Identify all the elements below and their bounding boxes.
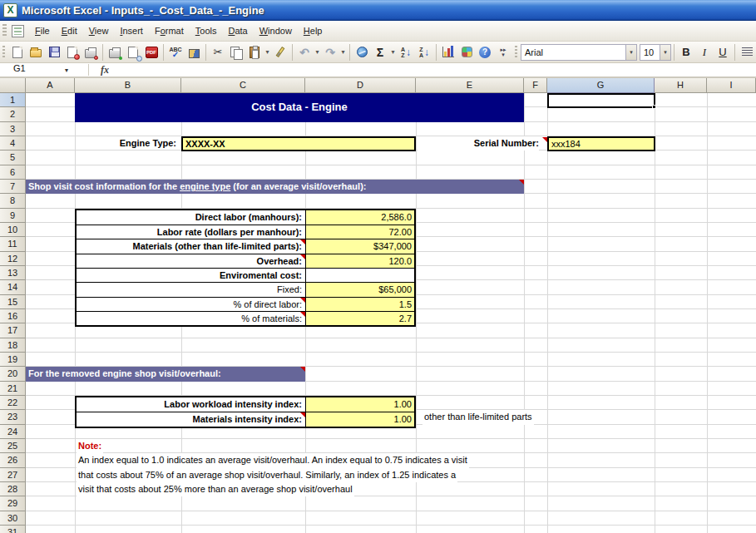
format-painter-icon[interactable] bbox=[271, 43, 289, 62]
row-header-6[interactable]: 6 bbox=[0, 165, 26, 180]
undo-icon[interactable]: ↶ bbox=[295, 43, 314, 62]
redo-dropdown-icon[interactable]: ▾ bbox=[339, 48, 347, 56]
column-header-f[interactable]: F bbox=[524, 78, 547, 93]
serial-number-input[interactable]: xxx184 bbox=[547, 136, 655, 151]
drawing-icon[interactable] bbox=[457, 43, 476, 62]
fill-handle[interactable] bbox=[652, 105, 656, 109]
row-header-9[interactable]: 9 bbox=[0, 209, 26, 223]
align-left-icon[interactable] bbox=[738, 43, 756, 62]
menu-tools[interactable]: Tools bbox=[190, 23, 223, 38]
select-all-corner[interactable] bbox=[0, 78, 26, 93]
menu-insert[interactable]: Insert bbox=[114, 23, 149, 38]
row-header-12[interactable]: 12 bbox=[0, 252, 26, 266]
copy-icon[interactable] bbox=[227, 43, 245, 62]
menu-edit[interactable]: Edit bbox=[56, 23, 83, 38]
autosum-dropdown-icon[interactable]: ▾ bbox=[389, 48, 397, 56]
row-header-30[interactable]: 30 bbox=[0, 511, 26, 526]
toolbar-grip[interactable] bbox=[2, 46, 5, 59]
new-icon[interactable] bbox=[8, 43, 27, 62]
selected-cell-g1[interactable] bbox=[547, 93, 655, 108]
name-box[interactable]: G1 bbox=[0, 63, 60, 76]
column-header-d[interactable]: D bbox=[305, 78, 416, 93]
undo-dropdown-icon[interactable]: ▾ bbox=[314, 48, 321, 56]
row-header-15[interactable]: 15 bbox=[0, 295, 26, 309]
row-header-2[interactable]: 2 bbox=[0, 107, 26, 121]
paste-icon[interactable] bbox=[245, 43, 264, 62]
row-header-31[interactable]: 31 bbox=[0, 526, 26, 533]
sort-descending-icon[interactable]: ZA↓ bbox=[415, 43, 433, 62]
menu-data[interactable]: Data bbox=[222, 23, 253, 38]
autosum-icon[interactable]: Σ bbox=[371, 43, 389, 62]
row-header-18[interactable]: 18 bbox=[0, 338, 26, 353]
menu-file[interactable]: File bbox=[29, 23, 56, 38]
row-header-7[interactable]: 7 bbox=[0, 180, 26, 194]
bold-button[interactable]: B bbox=[677, 43, 695, 62]
menu-window[interactable]: Window bbox=[254, 23, 298, 38]
column-header-g[interactable]: G bbox=[547, 78, 655, 93]
print-preview-icon[interactable] bbox=[124, 43, 142, 62]
column-header-b[interactable]: B bbox=[75, 78, 181, 93]
row-header-21[interactable]: 21 bbox=[0, 382, 26, 396]
row-header-20[interactable]: 20 bbox=[0, 367, 26, 381]
menu-view[interactable]: View bbox=[83, 23, 115, 38]
row-header-24[interactable]: 24 bbox=[0, 425, 26, 439]
row-header-14[interactable]: 14 bbox=[0, 280, 26, 294]
row-header-13[interactable]: 13 bbox=[0, 266, 26, 280]
menu-format[interactable]: Format bbox=[149, 23, 190, 38]
chart-wizard-icon[interactable] bbox=[439, 43, 457, 62]
row-header-11[interactable]: 11 bbox=[0, 237, 26, 251]
cost-input-pct-direct-labor[interactable]: 1.5 bbox=[305, 298, 414, 311]
row-header-19[interactable]: 19 bbox=[0, 353, 26, 367]
row-header-29[interactable]: 29 bbox=[0, 496, 26, 511]
paste-dropdown-icon[interactable]: ▾ bbox=[264, 48, 271, 56]
menu-help[interactable]: Help bbox=[298, 23, 329, 38]
row-header-3[interactable]: 3 bbox=[0, 122, 26, 136]
row-header-23[interactable]: 23 bbox=[0, 410, 26, 424]
row-header-5[interactable]: 5 bbox=[0, 151, 26, 165]
column-header-h[interactable]: H bbox=[655, 78, 707, 93]
pdf-icon[interactable]: PDF bbox=[142, 43, 161, 62]
row-header-4[interactable]: 4 bbox=[0, 136, 26, 151]
row-header-10[interactable]: 10 bbox=[0, 223, 26, 237]
cut-icon[interactable]: ✂ bbox=[209, 43, 227, 62]
cells-grid[interactable]: Cost Data - Engine Engine Type: XXXX-XX … bbox=[26, 93, 756, 533]
name-box-dropdown-icon[interactable]: ▾ bbox=[60, 67, 73, 74]
font-size-select[interactable]: 10 ▾ bbox=[640, 44, 671, 61]
workbook-icon[interactable] bbox=[12, 25, 24, 37]
cost-input-fixed[interactable]: $65,000 bbox=[305, 283, 414, 296]
cost-input-overhead[interactable]: 120.0 bbox=[305, 254, 414, 268]
insert-function-icon[interactable]: fx bbox=[101, 64, 109, 76]
hyperlink-icon[interactable] bbox=[353, 43, 371, 62]
index-input-materials[interactable]: 1.00 bbox=[305, 412, 414, 426]
column-header-c[interactable]: C bbox=[181, 78, 305, 93]
row-header-1[interactable]: 1 bbox=[0, 93, 26, 107]
font-size-dropdown-icon[interactable]: ▾ bbox=[660, 45, 670, 60]
redo-icon[interactable]: ↷ bbox=[321, 43, 339, 62]
print-icon[interactable] bbox=[106, 43, 124, 62]
column-header-e[interactable]: E bbox=[416, 78, 524, 93]
permission-icon[interactable] bbox=[63, 43, 82, 62]
row-header-16[interactable]: 16 bbox=[0, 309, 26, 323]
spelling-icon[interactable]: ABC✓ bbox=[166, 43, 185, 62]
column-header-a[interactable]: A bbox=[26, 78, 75, 93]
cost-input-pct-materials[interactable]: 2.7 bbox=[305, 312, 414, 325]
formatting-toolbar-grip[interactable] bbox=[515, 46, 517, 59]
font-name-dropdown-icon[interactable]: ▾ bbox=[625, 45, 636, 60]
sort-ascending-icon[interactable]: AZ↓ bbox=[397, 43, 415, 62]
underline-button[interactable]: U bbox=[714, 43, 732, 62]
cost-input-direct-labor[interactable]: 2,586.0 bbox=[305, 210, 414, 225]
font-name-select[interactable]: Arial ▾ bbox=[521, 44, 637, 61]
row-header-17[interactable]: 17 bbox=[0, 323, 26, 338]
engine-type-input[interactable]: XXXX-XX bbox=[181, 136, 416, 151]
save-icon[interactable] bbox=[45, 43, 63, 62]
index-input-labor[interactable]: 1.00 bbox=[305, 397, 414, 412]
cost-input-labor-rate[interactable]: 72.00 bbox=[305, 225, 414, 239]
italic-button[interactable]: I bbox=[695, 43, 714, 62]
email-icon[interactable] bbox=[82, 43, 100, 62]
menubar-grip[interactable] bbox=[2, 24, 7, 37]
row-header-28[interactable]: 28 bbox=[0, 482, 26, 496]
row-header-27[interactable]: 27 bbox=[0, 468, 26, 482]
help-icon[interactable]: ? bbox=[476, 43, 494, 62]
row-header-25[interactable]: 25 bbox=[0, 439, 26, 453]
column-header-i[interactable]: I bbox=[707, 78, 756, 93]
